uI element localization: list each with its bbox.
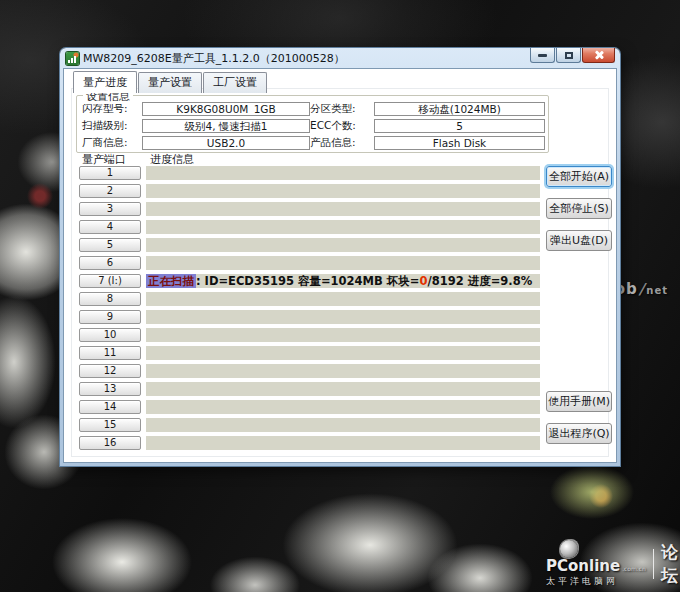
status-state-badge: 正在扫描 <box>146 274 196 288</box>
partition-type-value: 移动盘(1024MB) <box>374 102 545 116</box>
progress-strip-5 <box>146 238 540 252</box>
progress-strip-12 <box>146 364 540 378</box>
tab-strip: 量产进度 量产设置 工厂设置 <box>73 71 268 93</box>
vendor-info-label: 厂商信息: <box>82 136 142 150</box>
tab-production-progress[interactable]: 量产进度 <box>73 71 137 93</box>
port-button-3[interactable]: 3 <box>79 202 141 216</box>
port-group-2: 5 6 7 (I:) 8 <box>79 238 141 306</box>
port-button-7[interactable]: 7 (I:) <box>79 274 141 288</box>
port-button-12[interactable]: 12 <box>79 364 141 378</box>
port-button-11[interactable]: 11 <box>79 346 141 360</box>
pconline-forum-label: 论坛 <box>661 541 680 587</box>
tab-production-settings[interactable]: 量产设置 <box>138 72 202 93</box>
progress-strip-15 <box>146 418 540 432</box>
strip-group-3 <box>146 310 540 378</box>
port-button-list: 1 2 3 4 5 6 7 (I:) 8 9 10 11 12 13 14 15 <box>79 166 141 454</box>
watermark-haob-suffix: net <box>646 285 668 296</box>
watermark-pconline: PConline .com.cn 太平洋电脑网 论坛 <box>546 540 680 588</box>
progress-strip-2 <box>146 184 540 198</box>
pconline-divider <box>653 549 654 579</box>
pconline-brand: PConline <box>546 559 620 573</box>
close-icon <box>594 50 604 60</box>
progress-strip-3 <box>146 202 540 216</box>
tab-factory-settings[interactable]: 工厂设置 <box>203 72 267 93</box>
app-window: MW8209_6208E量产工具_1.1.2.0（201000528） 量产进度… <box>60 48 620 466</box>
port-button-13[interactable]: 13 <box>79 382 141 396</box>
port-group-3: 9 10 11 12 <box>79 310 141 378</box>
eject-usb-button[interactable]: 弹出U盘(D) <box>546 230 612 251</box>
minimize-icon <box>538 54 547 57</box>
progress-strip-13 <box>146 382 540 396</box>
port-button-9[interactable]: 9 <box>79 310 141 324</box>
progress-strip-14 <box>146 400 540 414</box>
ecc-count-label: ECC个数: <box>310 119 374 133</box>
window-title: MW8209_6208E量产工具_1.1.2.0（201000528） <box>83 51 345 66</box>
port-group-4: 13 14 15 16 <box>79 382 141 450</box>
progress-strip-11 <box>146 346 540 360</box>
port-button-5[interactable]: 5 <box>79 238 141 252</box>
port-group-1: 1 2 3 4 <box>79 166 141 234</box>
product-info-value: Flash Disk <box>374 136 545 150</box>
progress-strip-16 <box>146 436 540 450</box>
progress-strip-10 <box>146 328 540 342</box>
strip-group-4 <box>146 382 540 450</box>
settings-grid: 闪存型号: K9K8G08U0M_1GB 分区类型: 移动盘(1024MB) 扫… <box>77 96 548 150</box>
strip-group-2: 正在扫描: ID=ECD35195 容量=1024MB 坏块=0/8192 进度… <box>146 238 540 306</box>
status-tail-text: /8192 进度=9.8% <box>427 274 532 288</box>
progress-strip-7: 正在扫描: ID=ECD35195 容量=1024MB 坏块=0/8192 进度… <box>146 274 540 288</box>
client-area: 量产进度 量产设置 工厂设置 设置信息 闪存型号: K9K8G08U0M_1GB… <box>63 68 617 463</box>
progress-strip-4 <box>146 220 540 234</box>
titlebar[interactable]: MW8209_6208E量产工具_1.1.2.0（201000528） <box>60 48 620 68</box>
flash-model-label: 闪存型号: <box>82 102 142 116</box>
status-bad-blocks-value: 0 <box>419 274 427 288</box>
exit-program-button[interactable]: 退出程序(Q) <box>546 423 612 444</box>
scan-level-value: 级别4, 慢速扫描1 <box>142 119 310 133</box>
strip-group-1 <box>146 166 540 234</box>
ports-column-title: 量产端口 <box>82 152 126 167</box>
port-button-4[interactable]: 4 <box>79 220 141 234</box>
port-button-1[interactable]: 1 <box>79 166 141 180</box>
progress-column-title: 进度信息 <box>150 152 194 167</box>
user-manual-button[interactable]: 使用手册(M) <box>546 391 612 412</box>
start-all-button[interactable]: 全部开始(A) <box>546 166 612 187</box>
port-button-15[interactable]: 15 <box>79 418 141 432</box>
stop-all-button[interactable]: 全部停止(S) <box>546 198 612 219</box>
progress-strip-8 <box>146 292 540 306</box>
port-button-14[interactable]: 14 <box>79 400 141 414</box>
progress-strip-9 <box>146 310 540 324</box>
watermark-haob-separator: / <box>639 280 645 298</box>
close-button[interactable] <box>582 48 615 63</box>
port-button-8[interactable]: 8 <box>79 292 141 306</box>
progress-strip-6 <box>146 256 540 270</box>
progress-strip-list: 正在扫描: ID=ECD35195 容量=1024MB 坏块=0/8192 进度… <box>146 166 540 454</box>
settings-groupbox: 设置信息 闪存型号: K9K8G08U0M_1GB 分区类型: 移动盘(1024… <box>76 95 549 153</box>
port-button-16[interactable]: 16 <box>79 436 141 450</box>
app-icon <box>66 52 79 65</box>
window-controls <box>529 48 615 63</box>
minimize-button[interactable] <box>530 48 555 63</box>
ecc-count-value: 5 <box>374 119 545 133</box>
pconline-logo: PConline .com.cn 太平洋电脑网 <box>546 540 646 588</box>
product-info-label: 产品信息: <box>310 136 374 150</box>
status-detail-text: : ID=ECD35195 容量=1024MB 坏块= <box>196 274 419 288</box>
pconline-brand-suffix: .com.cn <box>622 565 646 573</box>
flash-model-value: K9K8G08U0M_1GB <box>142 102 310 116</box>
port-button-10[interactable]: 10 <box>79 328 141 342</box>
vendor-info-value: USB2.0 <box>142 136 310 150</box>
pconline-site-name: 太平洋电脑网 <box>546 575 618 588</box>
port-button-6[interactable]: 6 <box>79 256 141 270</box>
pconline-globe-icon <box>560 540 578 558</box>
partition-type-label: 分区类型: <box>310 102 374 116</box>
progress-strip-1 <box>146 166 540 180</box>
scan-level-label: 扫描级别: <box>82 119 142 133</box>
maximize-icon <box>565 52 573 59</box>
maximize-button[interactable] <box>556 48 581 63</box>
port-button-2[interactable]: 2 <box>79 184 141 198</box>
